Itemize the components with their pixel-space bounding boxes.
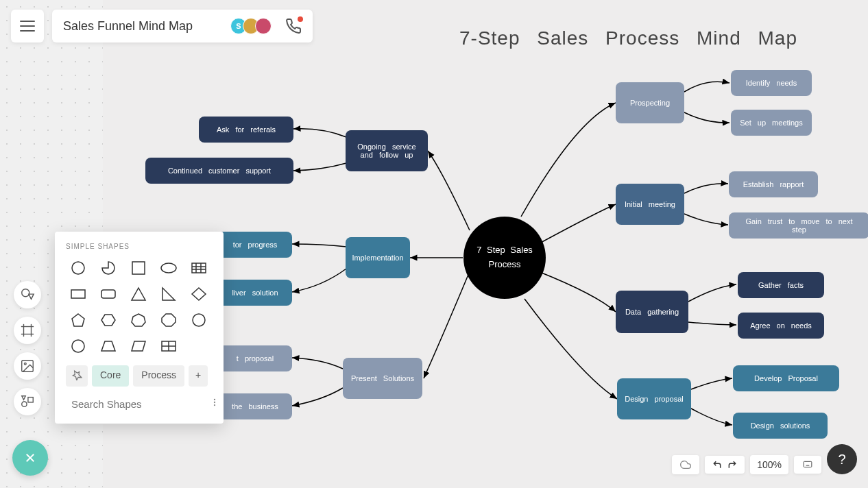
tab-core[interactable]: Core: [92, 365, 129, 387]
svg-point-13: [72, 262, 84, 274]
zoom-level[interactable]: 100%: [750, 455, 788, 474]
shape-octagon[interactable]: [156, 310, 181, 330]
node-deliver[interactable]: liver solution: [218, 280, 292, 306]
shape-triangle[interactable]: [126, 284, 151, 304]
draw-tool[interactable]: [14, 388, 41, 415]
add-tab[interactable]: +: [189, 365, 208, 387]
svg-rect-21: [71, 290, 85, 298]
node-prospecting[interactable]: Prospecting: [616, 82, 684, 123]
shape-decagon[interactable]: [66, 337, 91, 356]
help-button[interactable]: ?: [827, 444, 857, 474]
notification-dot: [298, 16, 303, 22]
node-initial-meeting[interactable]: Initial meeting: [616, 184, 684, 225]
title-bar: Sales Funnel Mind Map S: [52, 10, 313, 42]
node-present-proposal[interactable]: t proposal: [218, 345, 292, 371]
avatar-3[interactable]: [255, 18, 272, 34]
svg-rect-42: [804, 461, 812, 467]
node-data-gathering[interactable]: Data gathering: [616, 291, 688, 333]
node-business[interactable]: the business: [218, 393, 292, 419]
svg-point-15: [161, 263, 176, 273]
svg-marker-28: [132, 314, 145, 326]
shapes-tool[interactable]: [14, 281, 41, 308]
node-identify-needs[interactable]: Identify needs: [731, 70, 812, 96]
shape-pentagon[interactable]: [66, 310, 91, 330]
svg-rect-14: [132, 262, 145, 274]
svg-marker-26: [72, 314, 84, 326]
node-referals[interactable]: Ask for referals: [199, 117, 293, 143]
panel-title: SIMPLE SHAPES: [66, 243, 213, 250]
svg-point-39: [214, 399, 215, 400]
redo-icon: [727, 460, 738, 469]
close-panel-button[interactable]: [12, 440, 48, 476]
shape-trapezoid[interactable]: [96, 337, 121, 356]
node-gain-trust[interactable]: Gain trust to move to next step: [729, 212, 868, 239]
shape-right-triangle[interactable]: [156, 284, 181, 304]
frame-tool[interactable]: [14, 317, 41, 344]
svg-rect-22: [101, 290, 115, 298]
shape-grid[interactable]: [186, 258, 211, 278]
node-agree-needs[interactable]: Agree on needs: [738, 313, 824, 339]
shape-rectangle[interactable]: [66, 284, 91, 304]
shape-pie[interactable]: [96, 258, 121, 278]
svg-marker-25: [192, 288, 206, 300]
shape-square[interactable]: [126, 258, 151, 278]
node-ongoing[interactable]: Ongoing service and follow up: [346, 130, 428, 171]
svg-rect-16: [192, 263, 206, 273]
shape-parallelogram[interactable]: [126, 337, 151, 356]
mindmap-title: 7-Step Sales Process Mind Map: [459, 27, 797, 49]
svg-point-7: [24, 363, 26, 365]
collaborator-avatars: S: [230, 18, 272, 34]
node-support[interactable]: Continued customer support: [145, 158, 293, 184]
node-design-solutions[interactable]: Design solutions: [733, 413, 828, 439]
node-design-proposal[interactable]: Design proposal: [617, 378, 691, 419]
search-input[interactable]: [71, 398, 202, 410]
svg-point-40: [214, 402, 215, 403]
svg-point-31: [72, 340, 84, 352]
document-title[interactable]: Sales Funnel Mind Map: [63, 19, 222, 34]
undo-redo[interactable]: [705, 456, 745, 474]
node-present-solutions[interactable]: Present Solutions: [343, 358, 422, 399]
svg-marker-1: [29, 294, 34, 299]
node-setup-meetings[interactable]: Set up meetings: [731, 110, 812, 136]
close-icon: [24, 452, 36, 464]
svg-rect-9: [28, 398, 33, 402]
shape-table[interactable]: [156, 337, 181, 356]
tab-process[interactable]: Process: [133, 365, 184, 387]
cloud-sync[interactable]: [672, 455, 699, 474]
node-implementation[interactable]: Implementation: [346, 237, 410, 278]
shape-heptagon[interactable]: [126, 310, 151, 330]
node-gather-facts[interactable]: Gather facts: [738, 272, 824, 298]
svg-marker-29: [162, 314, 176, 326]
svg-marker-23: [132, 288, 145, 300]
svg-point-8: [22, 402, 27, 406]
center-node[interactable]: 7 Step Sales Process: [463, 217, 546, 299]
shape-ellipse[interactable]: [156, 258, 181, 278]
svg-point-30: [193, 314, 205, 326]
keyboard-shortcuts[interactable]: [794, 456, 821, 474]
shape-nonagon[interactable]: [186, 310, 211, 330]
shape-diamond[interactable]: [186, 284, 211, 304]
image-tool[interactable]: [14, 352, 41, 380]
svg-point-41: [214, 404, 215, 406]
svg-marker-10: [22, 396, 26, 400]
shape-hexagon[interactable]: [96, 310, 121, 330]
svg-marker-32: [101, 341, 115, 351]
svg-marker-33: [132, 341, 145, 351]
call-button[interactable]: [285, 18, 302, 34]
node-progress[interactable]: tor progress: [218, 232, 292, 258]
more-menu[interactable]: [207, 395, 222, 413]
svg-marker-24: [162, 288, 175, 300]
svg-point-0: [22, 289, 29, 297]
shape-rounded-rect[interactable]: [96, 284, 121, 304]
undo-icon: [712, 460, 723, 469]
node-establish-rapport[interactable]: Establish rapport: [729, 171, 818, 197]
node-develop-proposal[interactable]: Develop Proposal: [733, 365, 839, 391]
svg-marker-27: [101, 315, 115, 326]
hamburger-icon: [20, 21, 35, 32]
shapes-panel: SIMPLE SHAPES Core Process +: [55, 232, 224, 424]
shape-circle[interactable]: [66, 258, 91, 278]
menu-button[interactable]: [11, 10, 44, 42]
pin-tab[interactable]: [66, 365, 88, 387]
